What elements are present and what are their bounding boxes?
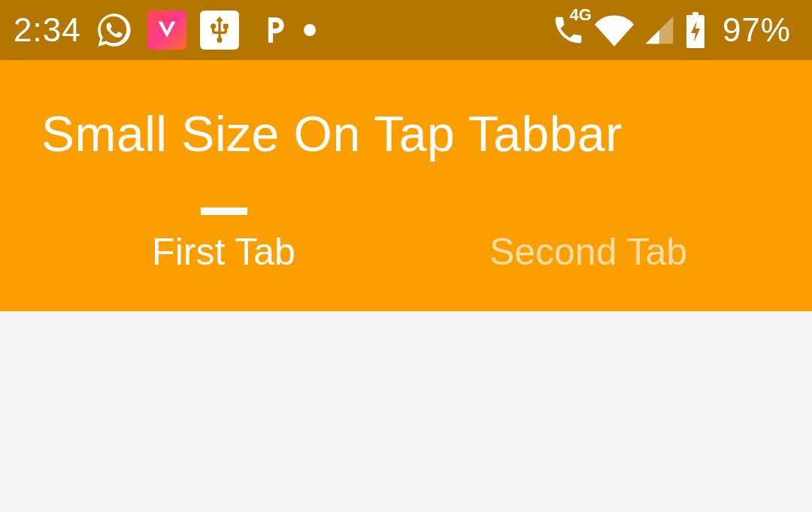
tab-first[interactable]: First Tab [41, 208, 406, 311]
page-title: Small Size On Tap Tabbar [41, 105, 771, 162]
tab-indicator [201, 208, 247, 215]
usb-icon [200, 11, 239, 50]
tab-label: Second Tab [489, 230, 687, 274]
svg-rect-1 [692, 12, 698, 17]
whatsapp-icon [95, 11, 134, 50]
notification-dot-icon [304, 24, 316, 36]
app-p-icon [253, 11, 290, 49]
status-bar: 2:34 4G [0, 0, 812, 60]
content-area [0, 311, 812, 512]
wifi-icon [595, 11, 634, 50]
status-bar-left: 2:34 [14, 11, 316, 50]
tab-bar: First Tab Second Tab [41, 208, 771, 311]
battery-charging-icon [685, 12, 706, 48]
status-bar-right: 4G 97% [551, 11, 791, 50]
tab-label: First Tab [152, 230, 295, 274]
app-bar: Small Size On Tap Tabbar First Tab Secon… [0, 60, 812, 311]
clock-text: 2:34 [14, 11, 81, 49]
vidmate-icon [147, 11, 186, 50]
volte-call-icon: 4G [551, 13, 586, 47]
battery-percent-text: 97% [723, 11, 791, 49]
tab-second[interactable]: Second Tab [406, 208, 771, 311]
signal-icon [643, 14, 676, 47]
network-4g-label: 4G [570, 5, 592, 25]
